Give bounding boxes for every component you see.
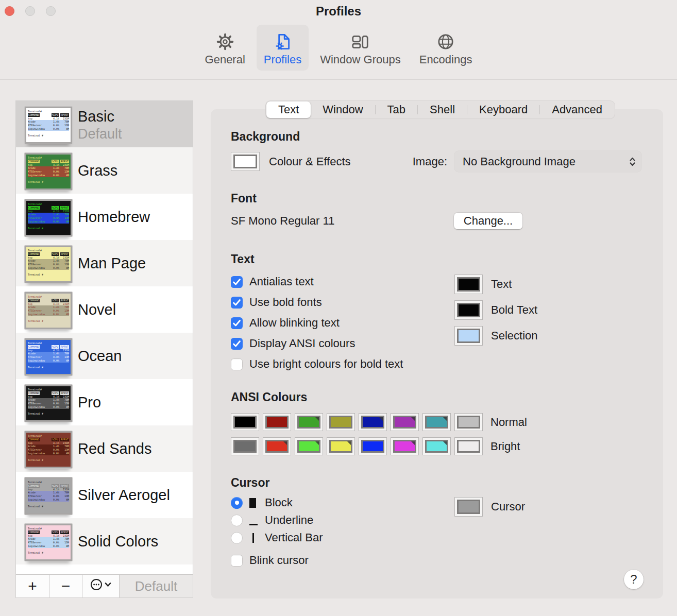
checkbox-display-ansi-colours[interactable]: Display ANSI colours [231,333,403,354]
thumb-text-line: ATSServer0.0%13M [28,448,69,452]
tab-keyboard[interactable]: Keyboard [467,101,539,118]
toolbar-item-profiles[interactable]: Profiles [257,25,309,71]
custom-colour-fold [443,441,447,445]
window-groups-icon [350,28,370,52]
profile-row-red-sands[interactable]: Terminal#COMMAND%CPURPRVTtop4.1%231MXcod… [16,425,193,472]
checkbox-checked[interactable] [231,297,243,309]
cursor-colour-well[interactable] [454,497,483,517]
thumb-text-line: loginwindow0.0%4M [28,452,69,455]
background-image-popup[interactable]: No Background Image [454,151,641,172]
custom-colour-fold [315,441,319,445]
tab-text[interactable]: Text [266,101,311,118]
ansi-bright-colour-well-5[interactable] [391,437,419,455]
toolbar-item-window-groups[interactable]: Window Groups [313,25,408,71]
custom-colour-fold [379,417,383,421]
profile-row-grass[interactable]: Terminal#COMMAND%CPURPRVTtop4.1%231MXcod… [16,147,193,194]
profile-row-homebrew[interactable]: Terminal#COMMAND%CPURPRVTtop4.1%231MXcod… [16,194,193,240]
checkbox-checked[interactable] [231,317,243,329]
ansi-normal-colour-well-6[interactable] [422,413,451,431]
thumb-text-line: Terminal# [28,249,69,252]
thumb-text-line: top4.1%231M [28,488,69,491]
ansi-normal-colour-well-7[interactable] [454,413,483,431]
ansi-bright-colour-well-4[interactable] [359,437,387,455]
background-section-title: Background [231,130,300,144]
more-actions-button[interactable] [82,575,120,597]
ansi-normal-colour-well-1[interactable] [263,413,291,431]
profile-name: Grass [78,162,117,179]
ansi-bright-colour-well-2[interactable] [295,437,323,455]
checkbox-allow-blinking-text[interactable]: Allow blinking text [231,313,403,333]
radio-unselected[interactable] [231,515,243,526]
profile-name: Ocean [78,348,122,365]
ansi-bright-colour-well-3[interactable] [327,437,355,455]
tab-advanced[interactable]: Advanced [540,101,614,118]
background-image-group: Image: No Background Image [407,151,641,172]
colour-effects-well[interactable] [231,152,260,171]
thumb-text-line: Terminal# [28,202,69,206]
tab-window[interactable]: Window [311,101,375,118]
cursor-option-underline[interactable]: Underline [231,511,323,529]
thumb-text-line: loginwindow0.0%4M [28,266,69,270]
thumb-text-line: loginwindow0.0%4M [28,405,69,409]
thumb-text-line: ATSServer0.0%13M [28,124,69,127]
profile-row-pro[interactable]: Terminal#COMMAND%CPURPRVTtop4.1%231MXcod… [16,379,193,425]
checkbox-unchecked[interactable] [231,358,243,370]
checkbox-checked[interactable] [231,276,243,288]
ansi-normal-colour-well-5[interactable] [391,413,419,431]
radio-selected[interactable] [231,497,243,509]
tab-tab[interactable]: Tab [376,101,417,118]
profile-row-solid-colors[interactable]: Terminal#COMMAND%CPURPRVTtop4.1%231MXcod… [16,518,193,564]
ansi-bright-colour-well-7[interactable] [454,437,483,455]
cursor-well-row: Cursor [454,497,525,517]
settings-tab-bar: TextWindowTabShellKeyboardAdvanced [266,101,615,118]
cursor-option-vertical-bar[interactable]: Vertical Bar [231,529,323,546]
well-row-selection: Selection [454,326,538,346]
bold-text-colour-well[interactable] [454,300,483,320]
default-profile-button[interactable]: Default [120,575,193,597]
profile-row-basic[interactable]: Terminal#COMMAND%CPURPRVTtop4.1%231MXcod… [16,101,193,147]
colour-swatch [265,416,289,429]
selection-colour-well[interactable] [454,326,483,346]
colour-swatch [233,416,257,429]
remove-profile-button[interactable]: − [49,575,82,597]
toolbar-item-encodings[interactable]: Encodings [412,25,480,71]
ansi-bright-colour-well-6[interactable] [422,437,451,455]
checkbox-label: Use bright colours for bold text [249,357,403,371]
ansi-bright-colour-well-1[interactable] [263,437,291,455]
help-button[interactable]: ? [624,570,644,589]
profile-row-silver-aerogel[interactable]: Terminal#COMMAND%CPURPRVTtop4.1%231MXcod… [16,472,193,518]
profile-thumbnail: Terminal#COMMAND%CPURPRVTtop4.1%231MXcod… [25,153,72,190]
profile-row-man-page[interactable]: Terminal#COMMAND%CPURPRVTtop4.1%231MXcod… [16,240,193,286]
ansi-normal-colour-well-0[interactable] [231,413,259,431]
thumb-text-line: Xcode1.4%78M [28,398,69,402]
ansi-row-label: Bright [490,440,520,453]
add-profile-button[interactable]: + [16,575,49,597]
radio-unselected[interactable] [231,532,243,544]
profile-row-ocean[interactable]: Terminal#COMMAND%CPURPRVTtop4.1%231MXcod… [16,333,193,379]
thumb-text-line: COMMAND%CPURPRVT [28,531,69,534]
text-colour-well[interactable] [454,275,483,294]
change-font-button[interactable]: Change... [454,213,522,229]
checkbox-checked[interactable] [231,338,243,350]
blink-cursor-checkbox[interactable]: Blink cursor [231,554,323,567]
checkbox-use-bold-fonts[interactable]: Use bold fonts [231,292,403,313]
toolbar-item-general[interactable]: General [198,25,252,71]
thumb-text-line: top4.1%231M [28,534,69,538]
thumb-text-line: top4.1%231M [28,395,69,399]
profile-row-novel[interactable]: Terminal#COMMAND%CPURPRVTtop4.1%231MXcod… [16,286,193,333]
checkbox-use-bright-colours-for-bold-text[interactable]: Use bright colours for bold text [231,354,403,374]
ansi-normal-colour-well-2[interactable] [295,413,323,431]
profile-thumbnail: Terminal#COMMAND%CPURPRVTtop4.1%231MXcod… [25,431,72,468]
tab-shell[interactable]: Shell [418,101,467,118]
ansi-normal-colour-well-4[interactable] [359,413,387,431]
toolbar-divider [0,79,677,80]
checkbox-label: Blink cursor [249,554,309,567]
checkbox-antialias-text[interactable]: Antialias text [231,271,403,292]
checkbox-unchecked[interactable] [231,555,243,567]
profile-thumbnail: Terminal#COMMAND%CPURPRVTtop4.1%231MXcod… [25,385,72,422]
thumb-text-line: Terminal# [28,434,69,438]
ansi-bright-colour-well-0[interactable] [231,437,259,455]
radio-label: Block [265,496,293,509]
ansi-normal-colour-well-3[interactable] [327,413,355,431]
cursor-option-block[interactable]: Block [231,494,323,511]
